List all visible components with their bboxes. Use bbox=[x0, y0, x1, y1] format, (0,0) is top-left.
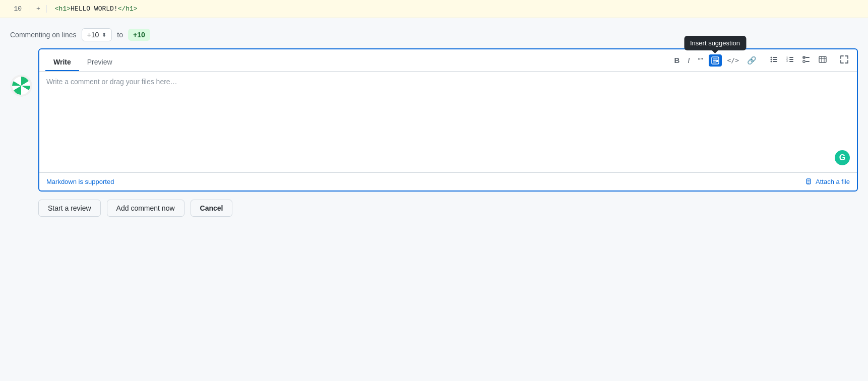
italic-icon: I bbox=[688, 56, 690, 65]
ordered-list-button[interactable]: 1.2.3. bbox=[784, 53, 797, 67]
fullscreen-icon bbox=[840, 55, 848, 65]
bold-button[interactable]: B bbox=[672, 54, 683, 67]
svg-point-3 bbox=[771, 57, 772, 58]
italic-button[interactable]: I bbox=[685, 54, 692, 67]
editor-tabs-bar: Write Preview B I bbox=[39, 49, 857, 72]
table-icon bbox=[819, 55, 827, 65]
inline-code-button[interactable]: </> bbox=[725, 54, 741, 66]
line-content: <h1>HELLO WORLD!</h1> bbox=[47, 5, 146, 13]
svg-text:3.: 3. bbox=[786, 59, 788, 62]
toolbar-icons: B I “” Insert suggestion bbox=[672, 53, 851, 71]
svg-point-7 bbox=[771, 61, 772, 62]
tab-write[interactable]: Write bbox=[45, 54, 79, 71]
unordered-list-button[interactable] bbox=[768, 53, 781, 67]
quote-button[interactable]: “” bbox=[696, 54, 706, 67]
comment-form-inner: Write Preview B I bbox=[10, 48, 858, 192]
svg-rect-4 bbox=[773, 57, 777, 58]
svg-rect-19 bbox=[819, 56, 826, 62]
editor-textarea-area[interactable]: Write a comment or drag your files here…… bbox=[39, 72, 857, 172]
comment-form-area: Commenting on lines +10 ⬍ to +10 bbox=[0, 18, 868, 229]
quote-icon: “” bbox=[698, 56, 703, 65]
form-right: Write Preview B I bbox=[38, 48, 858, 192]
line-number: 10 bbox=[0, 5, 30, 13]
unordered-list-icon bbox=[770, 55, 778, 65]
start-line-select[interactable]: +10 ⬍ bbox=[82, 28, 112, 41]
line-plus-sign: + bbox=[30, 5, 47, 13]
to-label: to bbox=[117, 31, 123, 39]
grammarly-icon: G bbox=[835, 150, 850, 165]
start-line-value: +10 bbox=[87, 31, 99, 39]
svg-rect-16 bbox=[805, 57, 810, 58]
toolbar-divider-2 bbox=[833, 56, 834, 65]
svg-rect-14 bbox=[789, 61, 793, 62]
attach-file-icon bbox=[805, 178, 813, 185]
insert-suggestion-wrapper: Insert suggestion bbox=[709, 54, 722, 67]
avatar bbox=[10, 75, 32, 97]
commenting-on-lines-label: Commenting on lines bbox=[10, 31, 77, 39]
editor-container: Write Preview B I bbox=[38, 48, 858, 192]
line-range-row: Commenting on lines +10 ⬍ to +10 bbox=[10, 28, 858, 41]
svg-rect-2 bbox=[716, 60, 718, 62]
tab-preview[interactable]: Preview bbox=[79, 54, 120, 71]
svg-rect-18 bbox=[805, 61, 810, 62]
code-diff-line: 10 + <h1>HELLO WORLD!</h1> bbox=[0, 0, 868, 18]
svg-rect-17 bbox=[803, 60, 805, 62]
select-arrow-icon: ⬍ bbox=[102, 32, 106, 38]
task-list-icon bbox=[802, 55, 811, 65]
code-icon: </> bbox=[727, 56, 739, 64]
attach-file-button[interactable]: Attach a file bbox=[805, 178, 850, 185]
markdown-supported-link[interactable]: Markdown is supported bbox=[46, 178, 114, 185]
bold-icon: B bbox=[674, 56, 680, 65]
link-icon: 🔗 bbox=[747, 56, 757, 65]
editor-bottom-bar: Markdown is supported Attach a file bbox=[39, 172, 857, 190]
task-list-button[interactable] bbox=[800, 53, 813, 67]
toolbar-divider-1 bbox=[763, 56, 764, 65]
svg-rect-12 bbox=[789, 59, 793, 60]
editor-placeholder: Write a comment or drag your files here… bbox=[46, 78, 177, 86]
page-wrapper: 10 + <h1>HELLO WORLD!</h1> Commenting on… bbox=[0, 0, 868, 381]
table-button[interactable] bbox=[816, 53, 829, 67]
svg-rect-10 bbox=[789, 57, 793, 58]
svg-rect-8 bbox=[773, 61, 777, 62]
ordered-list-icon: 1.2.3. bbox=[786, 55, 794, 65]
start-review-button[interactable]: Start a review bbox=[38, 200, 101, 217]
end-line-badge: +10 bbox=[128, 29, 150, 41]
action-buttons-row: Start a review Add comment now Cancel bbox=[10, 200, 858, 217]
tabs-left: Write Preview bbox=[45, 54, 120, 71]
svg-rect-6 bbox=[773, 59, 777, 60]
cancel-button[interactable]: Cancel bbox=[191, 200, 233, 217]
link-button[interactable]: 🔗 bbox=[745, 54, 759, 67]
add-comment-button[interactable]: Add comment now bbox=[107, 200, 184, 217]
insert-suggestion-button[interactable] bbox=[709, 54, 722, 67]
svg-point-5 bbox=[771, 59, 772, 60]
fullscreen-button[interactable] bbox=[838, 53, 851, 67]
insert-suggestion-icon bbox=[711, 56, 719, 65]
